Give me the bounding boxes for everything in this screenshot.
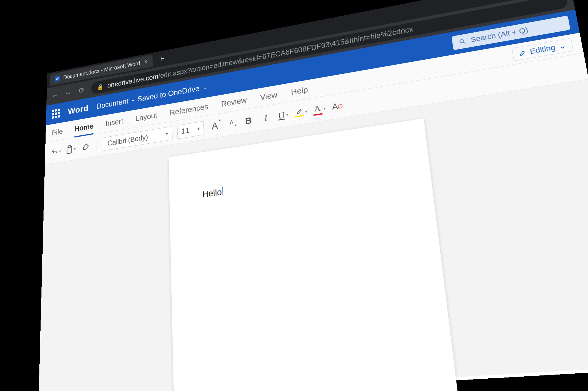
pencil-icon: [518, 49, 527, 56]
highlight-color-button[interactable]: ▾: [294, 104, 308, 120]
undo-button[interactable]: ▾: [51, 144, 61, 159]
undo-icon: [51, 147, 58, 156]
font-size-value: 11: [178, 125, 194, 136]
svg-rect-5: [68, 145, 71, 147]
app-launcher-icon[interactable]: [52, 108, 60, 119]
underline-button[interactable]: U ▾: [277, 107, 290, 123]
tab-view[interactable]: View: [260, 87, 278, 106]
font-size-select[interactable]: 11 ▾: [177, 121, 204, 139]
font-color-button[interactable]: A ▾: [313, 101, 326, 117]
grow-font-icon: A: [211, 120, 218, 132]
bold-button[interactable]: B: [242, 113, 255, 128]
tab-insert[interactable]: Insert: [106, 113, 123, 132]
italic-icon: I: [264, 112, 268, 123]
paste-button[interactable]: ▾: [66, 142, 76, 157]
chevron-down-icon: ▾: [162, 130, 172, 137]
reload-icon[interactable]: ⟳: [78, 85, 86, 95]
word-favicon-icon: W: [55, 75, 60, 82]
clipboard-icon: [66, 145, 73, 154]
chevron-down-icon: ▾: [74, 146, 76, 151]
chevron-down-icon: ⌄: [558, 41, 567, 51]
app-brand[interactable]: Word: [68, 103, 88, 116]
paintbrush-icon: [82, 142, 89, 151]
title-separator: -: [132, 95, 134, 104]
chevron-down-icon: ⌄: [203, 83, 208, 90]
text-cursor: [222, 186, 223, 196]
svg-text:W: W: [56, 77, 59, 81]
new-tab-button[interactable]: +: [156, 52, 167, 65]
forward-icon[interactable]: →: [64, 88, 73, 98]
search-placeholder: Search (Alt + Q): [470, 26, 529, 44]
document-name: Document: [96, 96, 128, 111]
chevron-down-icon: ▾: [59, 148, 61, 153]
font-color-icon: A: [313, 103, 323, 115]
underline-icon: U: [278, 109, 285, 121]
chevron-down-icon: ▾: [193, 125, 204, 132]
chevron-down-icon: ▾: [286, 112, 289, 117]
lock-icon: 🔒: [97, 83, 104, 91]
separator: [97, 139, 97, 151]
format-painter-button[interactable]: [80, 139, 91, 154]
grow-font-button[interactable]: A: [209, 118, 220, 134]
clear-formatting-icon: A∅: [332, 100, 343, 112]
shrink-font-button[interactable]: A: [225, 115, 238, 131]
back-icon[interactable]: ←: [51, 90, 59, 100]
highlight-icon: [295, 107, 304, 117]
tab-file[interactable]: File: [52, 124, 63, 141]
screen: W Document.docx - Microsoft Word × + ← →…: [39, 0, 588, 391]
tab-help[interactable]: Help: [290, 82, 309, 101]
tab-home[interactable]: Home: [74, 119, 93, 137]
font-family-value: Calibri (Body): [103, 130, 162, 148]
search-icon: [458, 38, 466, 45]
chevron-down-icon: ▾: [305, 108, 308, 114]
close-tab-icon[interactable]: ×: [144, 58, 148, 65]
document-body-text: Hello: [202, 187, 222, 199]
clear-formatting-button[interactable]: A∅: [331, 98, 345, 114]
svg-line-3: [463, 42, 465, 43]
document-page[interactable]: Hello: [168, 118, 460, 391]
bold-icon: B: [245, 115, 252, 126]
editing-mode-label: Editing: [529, 43, 556, 56]
shrink-font-icon: A: [230, 119, 234, 127]
chevron-down-icon: ▾: [323, 105, 326, 111]
italic-button[interactable]: I: [259, 110, 272, 125]
